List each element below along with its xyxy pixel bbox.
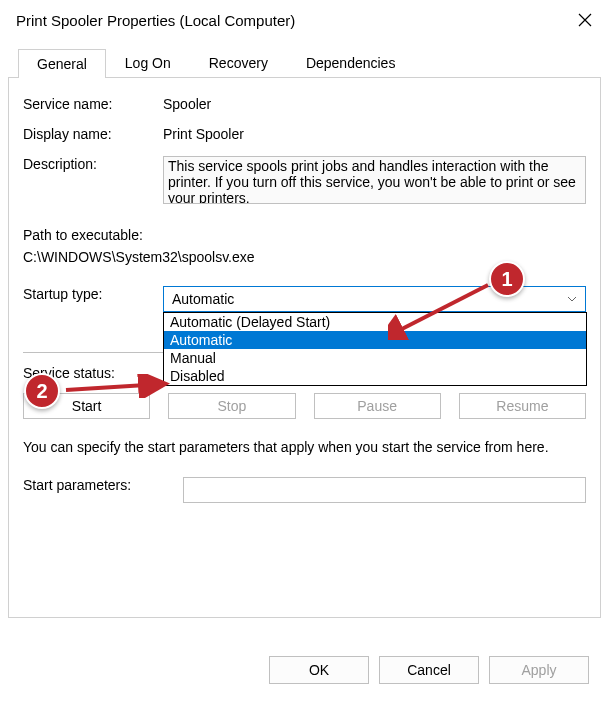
resume-button: Resume: [459, 393, 586, 419]
option-manual[interactable]: Manual: [164, 349, 586, 367]
svg-line-1: [66, 384, 162, 390]
ok-button[interactable]: OK: [269, 656, 369, 684]
close-button[interactable]: [573, 8, 597, 32]
dialog-footer: OK Cancel Apply: [269, 656, 589, 684]
startup-type-select[interactable]: Automatic Automatic (Delayed Start) Auto…: [163, 286, 586, 312]
description-box[interactable]: This service spools print jobs and handl…: [163, 156, 586, 204]
startup-type-label: Startup type:: [23, 286, 163, 302]
start-parameters-input: [183, 477, 586, 503]
display-name-value: Print Spooler: [163, 126, 586, 142]
tab-general[interactable]: General: [18, 49, 106, 78]
start-parameters-label: Start parameters:: [23, 477, 183, 493]
startup-selected-value: Automatic: [172, 291, 234, 307]
general-panel: Service name: Spooler Display name: Prin…: [8, 78, 601, 618]
option-disabled[interactable]: Disabled: [164, 367, 586, 385]
callout-1: 1: [489, 261, 525, 297]
apply-button: Apply: [489, 656, 589, 684]
option-automatic[interactable]: Automatic: [164, 331, 586, 349]
tab-dependencies[interactable]: Dependencies: [287, 48, 415, 77]
tab-logon[interactable]: Log On: [106, 48, 190, 77]
svg-line-0: [396, 285, 488, 332]
tab-strip: General Log On Recovery Dependencies: [8, 48, 601, 78]
service-name-value: Spooler: [163, 96, 586, 112]
startup-dropdown: Automatic (Delayed Start) Automatic Manu…: [163, 312, 587, 386]
chevron-down-icon: [567, 291, 577, 307]
stop-button: Stop: [168, 393, 295, 419]
cancel-button[interactable]: Cancel: [379, 656, 479, 684]
window-title: Print Spooler Properties (Local Computer…: [16, 12, 295, 29]
arrow-1: [388, 280, 493, 340]
tab-recovery[interactable]: Recovery: [190, 48, 287, 77]
parameters-hint: You can specify the start parameters tha…: [23, 437, 586, 457]
callout-2: 2: [24, 373, 60, 409]
service-name-label: Service name:: [23, 96, 163, 112]
pause-button: Pause: [314, 393, 441, 419]
titlebar: Print Spooler Properties (Local Computer…: [0, 0, 609, 42]
option-delayed[interactable]: Automatic (Delayed Start): [164, 313, 586, 331]
arrow-2: [62, 374, 172, 398]
path-label: Path to executable:: [23, 224, 586, 246]
description-label: Description:: [23, 156, 163, 172]
display-name-label: Display name:: [23, 126, 163, 142]
close-icon: [578, 13, 592, 27]
